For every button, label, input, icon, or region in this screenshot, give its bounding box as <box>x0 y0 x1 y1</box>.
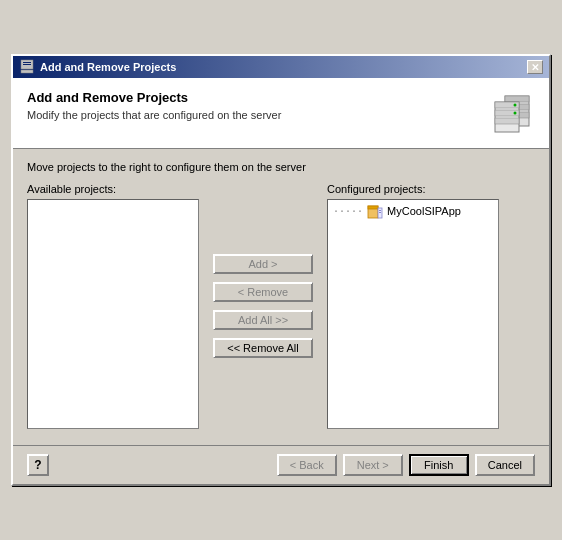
svg-rect-17 <box>379 210 381 211</box>
server-icon <box>487 90 535 138</box>
back-button[interactable]: < Back <box>277 454 337 476</box>
svg-point-13 <box>514 112 517 115</box>
title-bar-text: Add and Remove Projects <box>40 61 176 73</box>
title-bar: Add and Remove Projects ✕ <box>13 56 549 78</box>
svg-rect-2 <box>23 62 31 63</box>
panels-area: Available projects: Add > < Remove Add A… <box>27 183 535 429</box>
configured-label: Configured projects: <box>327 183 499 195</box>
available-label: Available projects: <box>27 183 199 195</box>
dialog-title: Add and Remove Projects <box>27 90 281 105</box>
configured-panel: Configured projects: ····· MyCoolSIPApp <box>327 183 499 429</box>
instruction-text: Move projects to the right to configure … <box>27 161 535 173</box>
remove-button[interactable]: < Remove <box>213 282 313 302</box>
dialog-subtitle: Modify the projects that are configured … <box>27 109 281 121</box>
help-button[interactable]: ? <box>27 454 49 476</box>
dialog-header: Add and Remove Projects Modify the proje… <box>13 78 549 149</box>
svg-rect-18 <box>379 212 381 213</box>
transfer-buttons: Add > < Remove Add All >> << Remove All <box>199 183 327 429</box>
remove-all-button[interactable]: << Remove All <box>213 338 313 358</box>
configured-list[interactable]: ····· MyCoolSIPApp <box>327 199 499 429</box>
svg-rect-3 <box>23 64 31 65</box>
dialog-window: Add and Remove Projects ✕ Add and Remove… <box>11 54 551 486</box>
add-button[interactable]: Add > <box>213 254 313 274</box>
svg-point-12 <box>514 104 517 107</box>
svg-rect-5 <box>505 96 529 102</box>
project-icon <box>367 203 383 219</box>
svg-rect-11 <box>495 118 519 124</box>
close-button[interactable]: ✕ <box>527 60 543 74</box>
available-panel: Available projects: <box>27 183 199 429</box>
svg-rect-15 <box>368 206 378 209</box>
available-list[interactable] <box>27 199 199 429</box>
dialog-footer: ? < Back Next > Finish Cancel <box>13 445 549 484</box>
svg-rect-1 <box>21 70 33 73</box>
title-bar-icon <box>19 59 35 75</box>
list-item[interactable]: ····· MyCoolSIPApp <box>330 202 496 220</box>
cancel-button[interactable]: Cancel <box>475 454 535 476</box>
next-button[interactable]: Next > <box>343 454 403 476</box>
dialog-body: Move projects to the right to configure … <box>13 149 549 441</box>
finish-button[interactable]: Finish <box>409 454 469 476</box>
add-all-button[interactable]: Add All >> <box>213 310 313 330</box>
